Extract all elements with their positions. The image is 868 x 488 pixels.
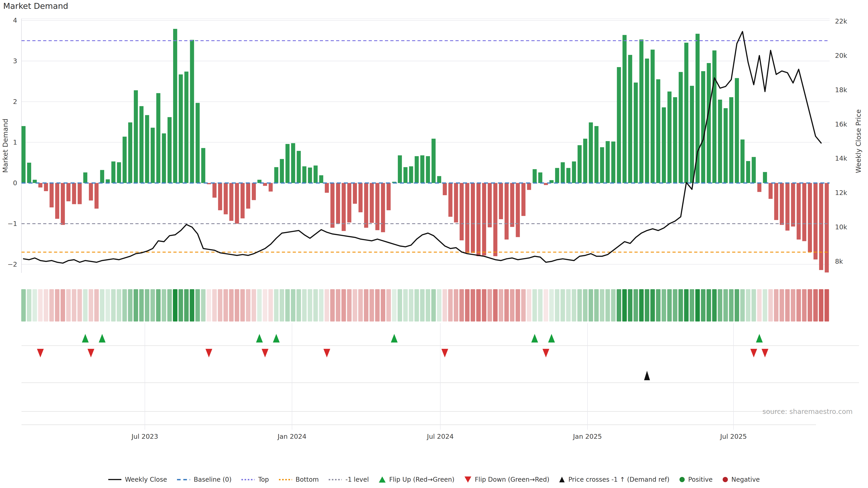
legend-label: Baseline (0) xyxy=(194,476,231,483)
svg-text:12k: 12k xyxy=(835,189,847,197)
legend-item: Bottom xyxy=(279,476,319,483)
svg-text:8k: 8k xyxy=(835,258,843,265)
legend-swatch-tri-down-icon xyxy=(465,477,471,483)
flip-up-markers xyxy=(82,334,763,343)
svg-text:22k: 22k xyxy=(835,18,847,25)
flip-down-markers xyxy=(37,349,769,357)
source-note: source: sharemaestro.com xyxy=(763,408,852,416)
legend-item: Baseline (0) xyxy=(177,476,231,483)
legend-item: Negative xyxy=(723,476,760,483)
legend-item: Positive xyxy=(680,476,713,483)
svg-text:Jul 2023: Jul 2023 xyxy=(131,433,158,440)
legend-swatch-circle-icon xyxy=(723,477,728,482)
legend-swatch-dash-icon xyxy=(177,479,190,480)
right-axis: 22k20k18k16k14k12k10k8k xyxy=(835,18,847,265)
svg-text:3: 3 xyxy=(13,57,17,65)
svg-text:16k: 16k xyxy=(835,121,847,128)
market-demand-dashboard: Market Demand 43210−1−222k20k18k16k14k12… xyxy=(0,0,868,488)
svg-text:4: 4 xyxy=(13,17,17,24)
svg-text:Jul 2024: Jul 2024 xyxy=(427,433,454,440)
legend-item: Flip Down (Green→Red) xyxy=(465,476,550,483)
legend-item: Top xyxy=(241,476,269,483)
legend-swatch-dot-icon xyxy=(329,479,342,480)
price-cross-markers xyxy=(644,371,650,380)
legend-label: Negative xyxy=(732,476,760,483)
legend-swatch-dot-icon xyxy=(279,479,292,480)
svg-text:20k: 20k xyxy=(835,52,847,59)
svg-text:14k: 14k xyxy=(835,155,847,162)
svg-text:2: 2 xyxy=(13,98,17,105)
legend-item: Flip Up (Red→Green) xyxy=(379,476,455,483)
market-demand-chart: 43210−1−222k20k18k16k14k12k10k8kMarket D… xyxy=(0,0,868,488)
legend-label: Top xyxy=(258,476,269,483)
x-axis: Jul 2023Jan 2024Jul 2024Jan 2025Jul 2025 xyxy=(131,433,747,440)
legend-item: -1 level xyxy=(329,476,369,483)
legend-item: Price crosses -1 ↑ (Demand ref) xyxy=(559,476,669,483)
svg-text:Jan 2025: Jan 2025 xyxy=(572,433,602,440)
legend-label: -1 level xyxy=(345,476,369,483)
legend-label: Positive xyxy=(688,476,713,483)
legend-label: Flip Up (Red→Green) xyxy=(389,476,455,483)
legend-swatch-tri-up-sm-icon xyxy=(559,477,565,482)
legend-label: Flip Down (Green→Red) xyxy=(475,476,550,483)
panel-grid xyxy=(22,323,859,430)
legend-swatch-line-icon xyxy=(108,479,121,480)
legend-swatch-tri-up-icon xyxy=(379,477,385,483)
legend: Weekly CloseBaseline (0)TopBottom-1 leve… xyxy=(0,476,868,483)
legend-label: Price crosses -1 ↑ (Demand ref) xyxy=(568,476,669,483)
right-axis-title: Weekly Close Price xyxy=(855,109,862,173)
legend-swatch-circle-icon xyxy=(680,477,685,482)
demand-bars xyxy=(22,29,829,272)
legend-label: Bottom xyxy=(296,476,319,483)
svg-text:−1: −1 xyxy=(7,220,17,228)
heatmap-strip xyxy=(21,289,829,322)
svg-text:18k: 18k xyxy=(835,86,847,94)
svg-text:Jul 2025: Jul 2025 xyxy=(720,433,747,440)
legend-label: Weekly Close xyxy=(125,476,167,483)
svg-text:Jan 2024: Jan 2024 xyxy=(277,433,307,440)
legend-swatch-dot-icon xyxy=(241,479,254,480)
svg-text:1: 1 xyxy=(13,138,17,146)
left-axis-title: Market Demand xyxy=(1,119,9,173)
svg-text:0: 0 xyxy=(13,179,17,187)
legend-item: Weekly Close xyxy=(108,476,167,483)
svg-text:10k: 10k xyxy=(835,223,847,231)
svg-text:−2: −2 xyxy=(7,260,17,268)
